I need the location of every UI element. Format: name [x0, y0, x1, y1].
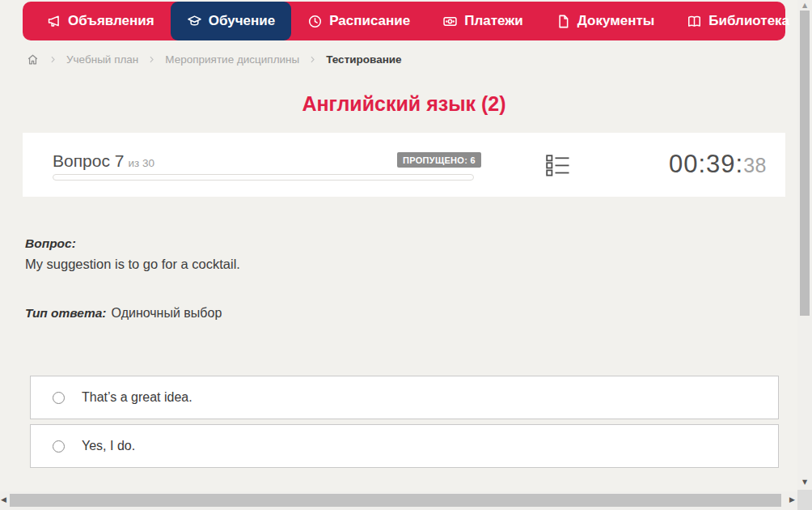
nav-item-schedule[interactable]: Расписание	[291, 2, 426, 40]
clock-icon	[307, 14, 323, 29]
vertical-scrollbar[interactable]: ▲ ▼	[797, 0, 812, 490]
nav-item-announcements[interactable]: Объявления	[30, 2, 171, 40]
timer-hours-minutes: 00:39:	[669, 150, 743, 178]
answer-type-value: Одиночный выбор	[112, 306, 222, 320]
question-text: My suggestion is to go for a cocktail.	[25, 257, 240, 272]
question-header-card: Вопрос 7из 30 ПРОПУЩЕНО: 6 00:39:38	[23, 133, 785, 197]
vertical-scrollbar-thumb[interactable]	[800, 11, 810, 316]
scroll-up-icon[interactable]: ▲	[797, 2, 812, 9]
nav-item-library[interactable]: Библиотека	[670, 2, 812, 40]
page-title: Английский язык (2)	[23, 92, 785, 116]
main-navbar: Объявления Обучение Расписание Платежи Д…	[23, 2, 785, 40]
horizontal-scrollbar[interactable]: ◀ ▶	[0, 491, 797, 510]
question-of-total: из 30	[128, 157, 154, 169]
home-icon[interactable]	[26, 53, 40, 66]
nav-item-documents[interactable]: Документы	[539, 2, 671, 40]
answer-option-1[interactable]: That’s a great idea.	[30, 376, 779, 419]
breadcrumb-item-discipline-events[interactable]: Мероприятие дисциплины	[165, 53, 299, 66]
radio-icon[interactable]	[53, 440, 65, 453]
test-timer: 00:39:38	[669, 150, 767, 179]
nav-item-label: Объявления	[68, 13, 154, 29]
nav-item-label: Документы	[577, 13, 655, 29]
answer-option-2[interactable]: Yes, I do.	[30, 424, 779, 468]
chevron-right-icon	[308, 55, 317, 64]
question-number: Вопрос 7из 30	[53, 151, 154, 171]
breadcrumb-item-study-plan[interactable]: Учебный план	[66, 53, 138, 66]
radio-icon[interactable]	[53, 392, 65, 404]
nav-item-label: Библиотека	[708, 13, 789, 29]
scroll-down-icon[interactable]: ▼	[797, 479, 812, 486]
question-number-label: Вопрос 7	[53, 151, 124, 170]
nav-item-learning[interactable]: Обучение	[171, 2, 291, 40]
megaphone-icon	[46, 14, 61, 29]
question-progress-bar	[53, 174, 474, 181]
scroll-left-icon[interactable]: ◀	[1, 496, 6, 504]
breadcrumb: Учебный план Мероприятие дисциплины Тест…	[26, 51, 402, 67]
nav-item-label: Обучение	[209, 13, 275, 29]
chevron-right-icon	[49, 55, 57, 64]
scroll-right-icon[interactable]: ▶	[789, 496, 795, 504]
answer-type-row: Тип ответа:Одиночный выбор	[25, 306, 222, 321]
answer-option-label: Yes, I do.	[82, 439, 135, 453]
cash-icon	[442, 14, 458, 29]
answer-type-label: Тип ответа:	[25, 306, 107, 320]
question-list-icon[interactable]	[546, 155, 570, 176]
nav-item-payments[interactable]: Платежи	[426, 2, 539, 40]
chevron-right-icon	[147, 55, 156, 64]
timer-seconds: 38	[743, 154, 767, 176]
breadcrumb-item-testing: Тестирование	[326, 53, 401, 66]
scrollbar-corner	[797, 490, 812, 510]
book-icon	[687, 14, 702, 29]
skipped-count-badge: ПРОПУЩЕНО: 6	[397, 152, 481, 168]
question-label: Вопрос:	[25, 236, 76, 251]
answer-option-label: That’s a great idea.	[82, 390, 192, 405]
graduation-cap-icon	[187, 14, 202, 29]
nav-item-label: Расписание	[329, 13, 410, 29]
horizontal-scrollbar-thumb[interactable]	[10, 494, 781, 507]
nav-item-label: Платежи	[464, 13, 523, 29]
document-icon	[556, 14, 571, 29]
